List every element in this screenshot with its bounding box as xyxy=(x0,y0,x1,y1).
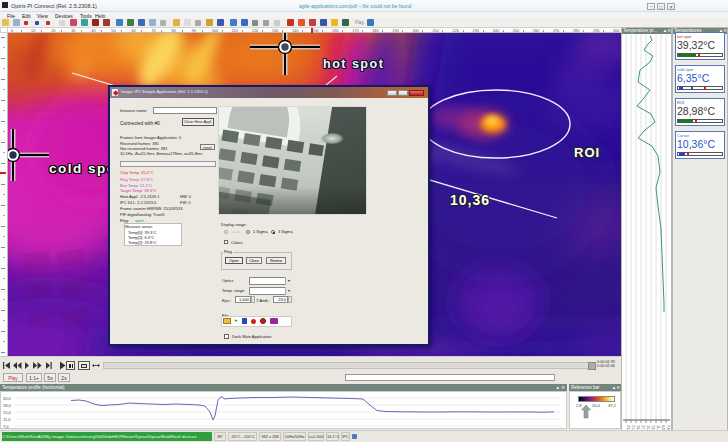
svg-text:11,0: 11,0 xyxy=(3,417,11,422)
svg-text:15,0: 15,0 xyxy=(3,410,12,415)
svg-text:18,0: 18,0 xyxy=(3,403,12,408)
svg-text:7,0: 7,0 xyxy=(3,424,9,429)
svg-text:20,0: 20,0 xyxy=(3,396,12,401)
